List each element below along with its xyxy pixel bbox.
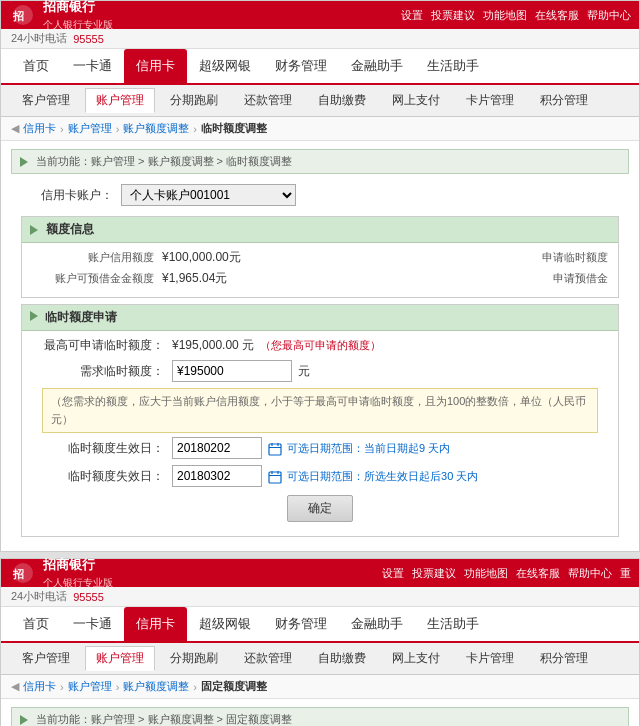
- service-label-1: 24小时电话: [11, 31, 67, 46]
- link-reload-2[interactable]: 重: [620, 566, 631, 581]
- link-feedback-1[interactable]: 投票建议: [431, 8, 475, 23]
- info-bullet-1: [30, 225, 38, 235]
- link-map-1[interactable]: 功能地图: [483, 8, 527, 23]
- request-input-1[interactable]: [172, 360, 292, 382]
- subnav-customer-1[interactable]: 客户管理: [11, 88, 81, 113]
- subnav-installment-2[interactable]: 分期跑刷: [159, 646, 229, 671]
- info-label-1-2: 账户可预借金金额度: [32, 271, 162, 286]
- sub-nav-1: 客户管理 账户管理 分期跑刷 还款管理 自助缴费 网上支付 卡片管理 积分管理: [1, 85, 639, 117]
- subnav-autopay-1[interactable]: 自助缴费: [307, 88, 377, 113]
- nav-credit-2[interactable]: 信用卡: [124, 607, 187, 641]
- nav-supernet-1[interactable]: 超级网银: [187, 49, 263, 83]
- logo-area-2: 招 招商银行 个人银行专业版: [9, 556, 113, 590]
- info-block-1: 额度信息 账户信用额度 ¥100,000.00元 申请临时额度 账户可预借金金额…: [21, 216, 619, 298]
- nav-home-2[interactable]: 首页: [11, 607, 61, 641]
- end-date-note-1: 可选日期范围：所选生效日起后30 天内: [268, 469, 478, 484]
- service-bar-2: 24小时电话 95555: [1, 587, 639, 607]
- svg-text:招: 招: [12, 568, 24, 580]
- info-block-title-1: 额度信息: [46, 221, 94, 238]
- link-feedback-2[interactable]: 投票建议: [412, 566, 456, 581]
- breadcrumb-quota-2[interactable]: 账户额度调整: [123, 679, 189, 694]
- breadcrumb-current-1: 临时额度调整: [201, 121, 267, 136]
- subnav-account-1[interactable]: 账户管理: [85, 88, 155, 113]
- nav-finance-2[interactable]: 财务管理: [263, 607, 339, 641]
- nav-finhelper-1[interactable]: 金融助手: [339, 49, 415, 83]
- breadcrumb-quota-1[interactable]: 账户额度调整: [123, 121, 189, 136]
- info-right-1-1[interactable]: 申请临时额度: [542, 250, 608, 265]
- subnav-repayment-1[interactable]: 还款管理: [233, 88, 303, 113]
- nav-ykt-1[interactable]: 一卡通: [61, 49, 124, 83]
- calendar-icon-1: [268, 442, 282, 456]
- panel-1: 招 招商银行 个人银行专业版 设置 投票建议 功能地图 在线客服 帮助中心 24…: [0, 0, 640, 552]
- end-date-input-1[interactable]: [172, 465, 262, 487]
- breadcrumb-credit-2[interactable]: 信用卡: [23, 679, 56, 694]
- link-service-1[interactable]: 在线客服: [535, 8, 579, 23]
- nav-finance-1[interactable]: 财务管理: [263, 49, 339, 83]
- bank-name-text-1: 招商银行: [43, 0, 95, 16]
- link-service-2[interactable]: 在线客服: [516, 566, 560, 581]
- section-bullet-1: [20, 157, 28, 167]
- top-bar-1: 招 招商银行 个人银行专业版 设置 投票建议 功能地图 在线客服 帮助中心: [1, 1, 639, 29]
- link-help-1[interactable]: 帮助中心: [587, 8, 631, 23]
- breadcrumb-credit-1[interactable]: 信用卡: [23, 121, 56, 136]
- main-nav-2: 首页 一卡通 信用卡 超级网银 财务管理 金融助手 生活助手: [1, 607, 639, 643]
- nav-life-2[interactable]: 生活助手: [415, 607, 491, 641]
- nav-life-1[interactable]: 生活助手: [415, 49, 491, 83]
- apply-max-label-1: 最高可申请临时额度：: [32, 337, 172, 354]
- bank-logo-icon-1: 招: [9, 4, 37, 26]
- bank-subtitle-1: 个人银行专业版: [43, 18, 113, 32]
- apply-start-label-1: 临时额度生效日：: [32, 440, 172, 457]
- section-header-1: 当前功能：账户管理 > 账户额度调整 > 临时额度调整: [11, 149, 629, 174]
- breadcrumb-acct-1[interactable]: 账户管理: [68, 121, 112, 136]
- apply-start-row-1: 临时额度生效日： 可选日期范围：当前日期起9 天内: [32, 437, 608, 459]
- subnav-installment-1[interactable]: 分期跑刷: [159, 88, 229, 113]
- subnav-card-1[interactable]: 卡片管理: [455, 88, 525, 113]
- info-right-1-2[interactable]: 申请预借金: [553, 271, 608, 286]
- panel-2: 招 招商银行 个人银行专业版 设置 投票建议 功能地图 在线客服 帮助中心 重 …: [0, 558, 640, 726]
- breadcrumb-arrow-2: ◀: [11, 680, 19, 693]
- top-bar-2: 招 招商银行 个人银行专业版 设置 投票建议 功能地图 在线客服 帮助中心 重: [1, 559, 639, 587]
- confirm-button-1[interactable]: 确定: [287, 495, 353, 522]
- info-row-1-2: 账户可预借金金额度 ¥1,965.04元 申请预借金: [32, 270, 608, 287]
- link-help-2[interactable]: 帮助中心: [568, 566, 612, 581]
- account-select-1[interactable]: 个人卡账户001001: [121, 184, 296, 206]
- subnav-online-1[interactable]: 网上支付: [381, 88, 451, 113]
- apply-input-1: 元: [172, 360, 310, 382]
- apply-block-1: 临时额度申请 最高可申请临时额度： ¥195,000.00 元 （您最高可申请的…: [21, 304, 619, 537]
- link-settings-1[interactable]: 设置: [401, 8, 423, 23]
- svg-text:招: 招: [12, 10, 24, 22]
- hint-text-1: （您需求的额度，应大于当前账户信用额度，小于等于最高可申请临时额度，且为100的…: [42, 388, 598, 433]
- bank-logo-icon-2: 招: [9, 562, 37, 584]
- start-date-input-1[interactable]: [172, 437, 262, 459]
- bank-name-1: 招商银行: [43, 0, 113, 16]
- phone-number-2: 95555: [73, 591, 104, 603]
- subnav-online-2[interactable]: 网上支付: [381, 646, 451, 671]
- service-label-2: 24小时电话: [11, 589, 67, 604]
- apply-max-note-1: （您最高可申请的额度）: [260, 338, 381, 353]
- subnav-repayment-2[interactable]: 还款管理: [233, 646, 303, 671]
- section-path-2: 当前功能：账户管理 > 账户额度调整 > 固定额度调整: [36, 712, 292, 726]
- subnav-card-2[interactable]: 卡片管理: [455, 646, 525, 671]
- nav-credit-1[interactable]: 信用卡: [124, 49, 187, 83]
- main-nav-1: 首页 一卡通 信用卡 超级网银 财务管理 金融助手 生活助手: [1, 49, 639, 85]
- link-settings-2[interactable]: 设置: [382, 566, 404, 581]
- link-map-2[interactable]: 功能地图: [464, 566, 508, 581]
- subnav-customer-2[interactable]: 客户管理: [11, 646, 81, 671]
- subnav-autopay-2[interactable]: 自助缴费: [307, 646, 377, 671]
- info-block-body-1: 账户信用额度 ¥100,000.00元 申请临时额度 账户可预借金金额度 ¥1,…: [22, 243, 618, 297]
- subnav-account-2[interactable]: 账户管理: [85, 646, 155, 671]
- subnav-points-2[interactable]: 积分管理: [529, 646, 599, 671]
- svg-rect-2: [269, 444, 281, 455]
- phone-number-1: 95555: [73, 33, 104, 45]
- apply-end-row-1: 临时额度失效日： 可选日期范围：所选生效日起后30 天内: [32, 465, 608, 487]
- nav-supernet-2[interactable]: 超级网银: [187, 607, 263, 641]
- logo-area-1: 招 招商银行 个人银行专业版: [9, 0, 113, 32]
- info-value-1-1: ¥100,000.00元: [162, 249, 241, 266]
- apply-block-title-1: 临时额度申请: [45, 310, 117, 324]
- nav-finhelper-2[interactable]: 金融助手: [339, 607, 415, 641]
- breadcrumb-acct-2[interactable]: 账户管理: [68, 679, 112, 694]
- apply-block-body-1: 最高可申请临时额度： ¥195,000.00 元 （您最高可申请的额度） 需求临…: [22, 331, 618, 536]
- subnav-points-1[interactable]: 积分管理: [529, 88, 599, 113]
- nav-ykt-2[interactable]: 一卡通: [61, 607, 124, 641]
- nav-home-1[interactable]: 首页: [11, 49, 61, 83]
